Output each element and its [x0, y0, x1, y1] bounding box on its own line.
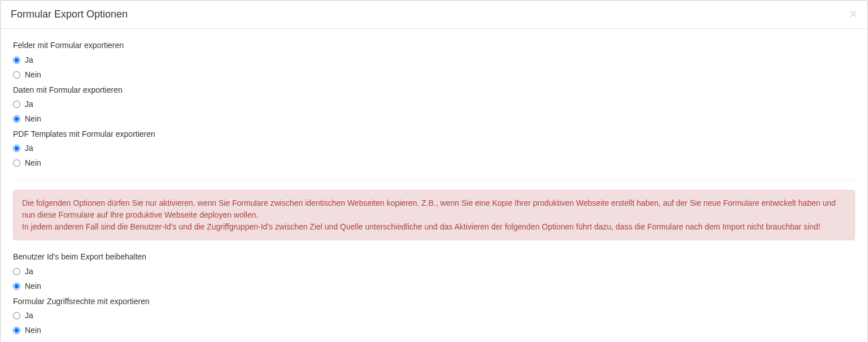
radio-row: Ja [13, 310, 855, 322]
radio-label-yes[interactable]: Ja [25, 266, 33, 278]
field-export-access: Formular Zugriffsrechte mit exportieren … [13, 295, 855, 336]
radio-row: Nein [13, 280, 855, 292]
radio-export-fields-no[interactable] [13, 71, 20, 79]
radio-row: Nein [13, 113, 855, 125]
radio-label-no[interactable]: Nein [25, 113, 41, 125]
field-label-export-access: Formular Zugriffsrechte mit exportieren [13, 295, 855, 308]
close-button[interactable]: × [849, 7, 857, 21]
radio-export-access-yes[interactable] [13, 312, 20, 319]
radio-keep-user-ids-yes[interactable] [13, 268, 20, 275]
field-label-export-fields: Felder mit Formular exportieren [13, 39, 855, 51]
radio-export-pdf-yes[interactable] [13, 145, 20, 152]
radio-export-pdf-no[interactable] [13, 159, 20, 167]
modal-body: Felder mit Formular exportieren Ja Nein … [1, 29, 867, 342]
radio-row: Nein [13, 324, 855, 336]
radio-export-access-no[interactable] [13, 327, 20, 334]
radio-row: Ja [13, 54, 855, 66]
warning-line2: In jedem anderen Fall sind die Benutzer-… [22, 222, 821, 231]
radio-label-yes[interactable]: Ja [25, 310, 33, 322]
radio-export-fields-yes[interactable] [13, 57, 20, 64]
radio-label-yes[interactable]: Ja [25, 54, 33, 66]
field-export-pdf: PDF Templates mit Formular exportieren J… [13, 128, 855, 169]
warning-line1: Die folgenden Optionen dürfen Sie nur ak… [22, 198, 836, 219]
warning-alert: Die folgenden Optionen dürfen Sie nur ak… [13, 190, 855, 240]
radio-label-no[interactable]: Nein [25, 157, 41, 169]
radio-export-data-yes[interactable] [13, 101, 20, 108]
radio-row: Nein [13, 157, 855, 169]
close-icon: × [849, 6, 857, 21]
radio-row: Ja [13, 266, 855, 278]
radio-label-no[interactable]: Nein [25, 324, 41, 336]
radio-row: Nein [13, 69, 855, 81]
radio-row: Ja [13, 142, 855, 154]
radio-export-data-no[interactable] [13, 115, 20, 123]
radio-row: Ja [13, 98, 855, 110]
field-keep-user-ids: Benutzer Id's beim Export beibehalten Ja… [13, 250, 855, 292]
divider [13, 179, 855, 180]
modal-title: Formular Export Optionen [11, 7, 857, 21]
modal-header: Formular Export Optionen × [1, 1, 867, 29]
radio-label-no[interactable]: Nein [25, 280, 41, 292]
field-label-keep-user-ids: Benutzer Id's beim Export beibehalten [13, 250, 855, 263]
field-label-export-pdf: PDF Templates mit Formular exportieren [13, 128, 855, 140]
field-label-export-data: Daten mit Formular exportieren [13, 84, 855, 96]
field-export-data: Daten mit Formular exportieren Ja Nein [13, 84, 855, 125]
radio-label-yes[interactable]: Ja [25, 98, 33, 110]
export-options-modal: Formular Export Optionen × Felder mit Fo… [0, 0, 868, 342]
radio-label-yes[interactable]: Ja [25, 142, 33, 154]
field-export-fields: Felder mit Formular exportieren Ja Nein [13, 39, 855, 80]
radio-label-no[interactable]: Nein [25, 69, 41, 81]
radio-keep-user-ids-no[interactable] [13, 283, 20, 290]
